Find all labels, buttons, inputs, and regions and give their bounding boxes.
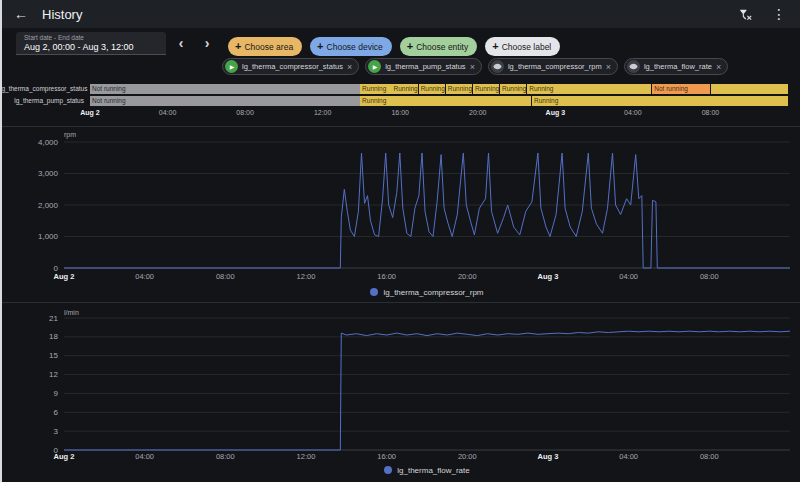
choose-entity-chip[interactable]: + Choose entity [400,37,477,56]
eye-circle-icon [491,60,504,73]
x-tick-label: Aug 2 [54,452,75,461]
time-tick-label: 12:00 [314,109,332,116]
timeline-segment[interactable]: Running [532,96,788,106]
chip-label: Choose area [244,42,293,52]
filter-remove-icon[interactable] [737,6,754,23]
x-tick-label: 04:00 [619,272,638,281]
section-divider [0,302,800,303]
plus-icon: + [492,41,498,52]
legend-compressor-rpm[interactable]: lg_therma_compressor_rpm [64,286,790,298]
y-axis-unit-rpm: rpm [64,131,76,138]
y-tick-label: 3 [54,427,59,436]
entity-chip-label: lg_therma_flow_rate [644,62,712,71]
compressor-rpm-chart[interactable]: 01,0002,0003,0004,000Aug 204:0008:0012:0… [0,128,800,284]
timeline-segment[interactable]: Running [360,96,531,106]
timeline-segment[interactable]: Running [446,84,472,94]
y-tick-label: 4,000 [38,138,59,147]
history-page: ← History ⋮ Start date - End date Aug 2,… [0,0,800,482]
series-line [64,153,790,268]
x-tick-label: Aug 2 [54,272,75,281]
window-edge [0,0,2,482]
play-glyph: ▶ [230,63,235,70]
time-tick-label: 20:00 [469,109,487,116]
timeline-row-label: lg_therma_pump_status [0,96,87,106]
flow-rate-chart[interactable]: 036912151821Aug 204:0008:0012:0016:0020:… [0,306,800,466]
x-tick-label: 20:00 [458,452,477,461]
filter-chip-row: + Choose area + Choose device + Choose e… [228,37,560,56]
period-navigation: ‹ › [172,35,216,51]
timeline-segment[interactable]: Running [391,84,417,94]
choose-area-chip[interactable]: + Choose area [228,37,302,56]
y-tick-label: 15 [49,351,58,360]
date-range-label: Start date - End date [24,34,158,42]
play-glyph: ▶ [373,63,378,70]
back-arrow-icon[interactable]: ← [12,5,30,23]
timeline-card: lg_therma_compressor_statusNot runningRu… [0,84,800,122]
app-header: ← History ⋮ [0,0,800,28]
y-tick-label: 21 [49,314,58,323]
time-tick-label: 04:00 [159,109,177,116]
entity-chips: ▶lg_therma_compressor_status×▶lg_therma_… [222,58,728,75]
x-tick-label: Aug 3 [538,272,559,281]
choose-device-chip[interactable]: + Choose device [310,37,392,56]
filter-remove-glyph [739,8,752,21]
x-tick-label: 04:00 [619,452,638,461]
time-tick-label: Aug 2 [80,109,99,116]
x-tick-label: 08:00 [216,272,235,281]
plus-icon: + [235,41,241,52]
chip-label: Choose label [502,42,552,52]
x-tick-label: 12:00 [297,272,316,281]
x-tick-label: 20:00 [458,272,477,281]
entity-chip[interactable]: lg_therma_flow_rate× [624,58,728,75]
x-tick-label: 04:00 [135,452,154,461]
y-tick-label: 3,000 [38,169,59,178]
entity-chip[interactable]: ▶lg_therma_compressor_status× [222,58,359,75]
timeline-rows: lg_therma_compressor_statusNot runningRu… [0,84,800,106]
plus-icon: + [317,41,323,52]
x-tick-label: 08:00 [700,272,719,281]
close-icon[interactable]: × [716,62,721,72]
time-tick-label: 04:00 [624,109,642,116]
legend-label: lg_therma_flow_rate [397,466,469,475]
legend-dot [370,288,378,296]
timeline-row-label: lg_therma_compressor_status [0,84,87,94]
y-tick-label: 18 [49,332,58,341]
close-icon[interactable]: × [470,62,475,72]
close-icon[interactable]: × [606,62,611,72]
timeline-segment[interactable]: Running [500,84,526,94]
legend-label: lg_therma_compressor_rpm [383,288,483,297]
close-icon[interactable]: × [347,62,352,72]
timeline-axis: Aug 204:0008:0012:0016:0020:00Aug 304:00… [90,109,788,119]
entity-chip[interactable]: lg_therma_compressor_rpm× [488,58,618,75]
kebab-menu-icon[interactable]: ⋮ [770,5,788,23]
timeline-segment[interactable]: Running [473,84,499,94]
y-tick-label: 9 [54,389,59,398]
next-period-button[interactable]: › [198,35,216,51]
timeline-segment[interactable]: Not running [652,84,710,94]
y-tick-label: 1,000 [38,232,59,241]
timeline-bar-track: Not runningRunningRunningRunningRunningR… [90,84,788,94]
timeline-bar-track: Not runningRunningRunning [90,96,788,106]
date-range-picker[interactable]: Start date - End date Aug 2, 00:00 - Aug… [16,32,166,55]
plus-icon: + [407,41,413,52]
x-tick-label: 08:00 [700,452,719,461]
timeline-segment[interactable]: Not running [90,84,360,94]
x-tick-label: 08:00 [216,452,235,461]
legend-flow-rate[interactable]: lg_therma_flow_rate [64,464,790,476]
entity-chip-label: lg_therma_compressor_status [242,62,343,71]
timeline-row: lg_therma_pump_statusNot runningRunningR… [0,96,800,106]
x-tick-label: Aug 3 [538,452,559,461]
timeline-segment[interactable]: Running [527,84,651,94]
entity-chip[interactable]: ▶lg_therma_pump_status× [365,58,482,75]
chip-label: Choose entity [416,42,468,52]
timeline-segment[interactable]: Running [419,84,445,94]
timeline-segment[interactable] [711,84,788,94]
time-tick-label: 08:00 [236,109,254,116]
previous-period-button[interactable]: ‹ [172,35,190,51]
timeline-segment[interactable]: Not running [90,96,360,106]
choose-label-chip[interactable]: + Choose label [485,37,560,56]
play-circle-icon: ▶ [368,60,381,73]
entity-chip-label: lg_therma_pump_status [385,62,465,71]
y-tick-label: 2,000 [38,201,59,210]
timeline-segment[interactable]: Running [360,84,390,94]
